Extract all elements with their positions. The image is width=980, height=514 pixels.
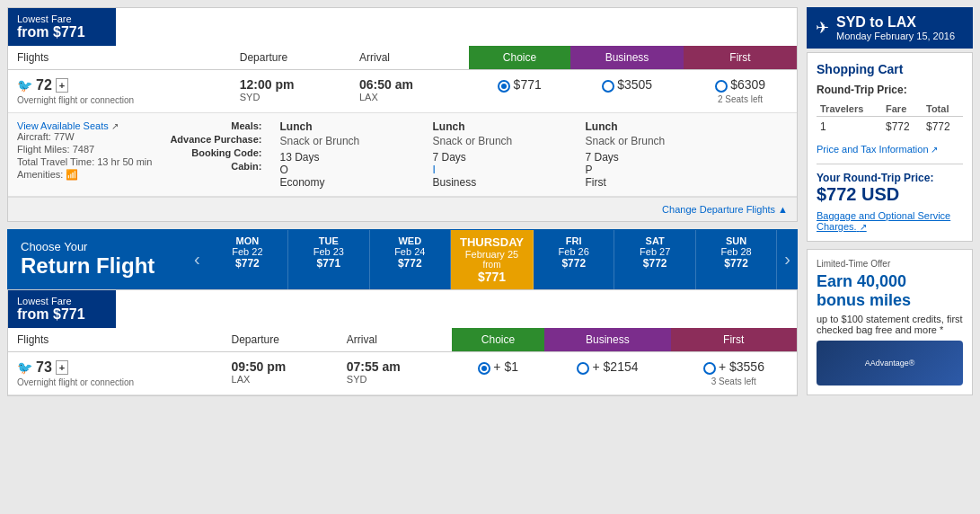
choice-booking: O [280,164,415,176]
nav-next-arrow[interactable]: › [777,249,798,270]
route-date: Monday February 15, 2016 [836,31,955,41]
date-tab-tue[interactable]: TUEFeb 23$771 [288,230,369,289]
baggage-link[interactable]: Baggage and Optional Service Charges. ↗ [817,210,963,232]
miles-line: Flight Miles: 7487 [17,144,152,155]
total-label: Your Round-Trip Price: [817,172,963,184]
business-meals: Lunch [433,120,568,133]
departure-lowest-fare-price: from $771 [17,24,107,40]
return-business-radio[interactable] [577,362,589,375]
date-tab-wed[interactable]: WEDFeb 24$772 [370,230,451,289]
business-meals-sub: Snack or Brunch [433,135,568,147]
return-flight-number: 🐦 73 + [17,359,214,376]
baggage-external-icon: ↗ [860,222,867,232]
first-radio[interactable] [715,80,728,93]
first-details: Lunch Snack or Brunch 7 Days P First [586,120,720,189]
return-first-price-cell: + $3556 3 Seats left [671,352,797,395]
flight-number-cell: 🐦 72 + Overnight flight or connection [8,70,231,113]
choice-meals-sub: Snack or Brunch [280,135,415,147]
business-price: $3505 [617,77,652,92]
arrival-time-cell: 06:50 am LAX [350,70,469,113]
return-choice-radio[interactable] [478,362,490,375]
details-grid: View Available Seats ↗ Aircraft: 77W Fli… [17,120,788,189]
col-departure: Departure [231,46,350,70]
departure-section: Lowest Fare from $771 Flights Departure … [7,7,798,222]
return-col-business[interactable]: Business [544,328,670,352]
return-airline-icon: 🐦 [17,360,32,375]
booking-label: Booking Code: [170,147,261,158]
return-col-arrival: Arrival [338,328,452,352]
plane-icon: ✈ [816,18,829,38]
departure-details-row: View Available Seats ↗ Aircraft: 77W Fli… [8,113,797,197]
return-lowest-fare-label: Lowest Fare [17,296,107,306]
total-price-section: Your Round-Trip Price: $772 USD [817,164,963,205]
business-radio[interactable] [602,80,614,93]
departure-flight-row: 🐦 72 + Overnight flight or connection 12… [8,70,797,113]
business-advance: 7 Days [433,151,568,164]
return-lowest-fare-banner: Lowest Fare from $771 [8,290,116,328]
route-text: SYD to LAX [836,14,955,31]
round-trip-label: Round-Trip Price: [817,84,963,96]
col-business[interactable]: Business [570,46,684,70]
choice-meals: Lunch [280,120,415,133]
choice-details: Lunch Snack or Brunch 13 Days O Economy [280,120,415,189]
expand-icon[interactable]: + [56,78,68,93]
return-arr-time-cell: 07:55 am SYD [338,352,452,395]
return-flight-row: 🐦 73 + Overnight flight or connection 09… [8,352,797,395]
details-cell: View Available Seats ↗ Aircraft: 77W Fli… [8,113,797,197]
dep-time: 12:00 pm [240,77,341,92]
cart-total: $772 [923,117,963,137]
choice-price-cell: $771 [469,70,570,113]
col-choice[interactable]: Choice [469,46,570,70]
meals-label: Meals: [170,120,261,131]
credit-card-image: AAdvantage® [817,341,963,386]
departure-lowest-fare-banner: Lowest Fare from $771 [8,8,116,46]
date-tab-sun[interactable]: SUNFeb 28$772 [696,230,777,289]
wifi-icon: 📶 [66,169,78,180]
right-panel: ✈ SYD to LAX Monday February 15, 2016 Sh… [807,7,973,396]
flight-info-block: View Available Seats ↗ Aircraft: 77W Fli… [17,120,152,189]
date-tabs: MONFeb 22$772TUEFeb 23$771WEDFeb 24$772T… [207,230,778,289]
col-flights: Flights [8,46,231,70]
business-booking: I [433,164,568,176]
return-business-price: + $2154 [593,359,639,374]
business-details: Lunch Snack or Brunch 7 Days I Business [433,120,568,189]
return-arr-airport: SYD [347,374,443,385]
choice-cabin: Economy [280,176,415,189]
date-tab-sat[interactable]: SATFeb 27$772 [614,230,695,289]
business-cabin: Business [433,176,568,189]
first-meals: Lunch [586,120,720,133]
external-link-icon: ↗ [931,145,938,155]
choice-radio[interactable] [498,80,510,93]
page-container: Lowest Fare from $771 Flights Departure … [0,0,980,403]
choice-price: $771 [514,77,542,92]
return-dep-time-cell: 09:50 pm LAX [223,352,338,395]
date-tab-mon[interactable]: MONFeb 22$772 [207,230,288,289]
return-section: Lowest Fare from $771 Flights Departure … [7,289,798,396]
date-tab-thursday[interactable]: THURSDAYFebruary 25from$771 [451,230,534,289]
return-header-inner: Choose Your Return Flight ‹ MONFeb 22$77… [7,229,798,289]
total-amount: $772 USD [817,184,963,205]
return-title-big: Return Flight [21,253,173,279]
col-first[interactable]: First [684,46,797,70]
return-col-first[interactable]: First [671,328,797,352]
left-panel: Lowest Fare from $771 Flights Departure … [7,7,798,396]
promo-miles: Earn 40,000 bonus miles [817,272,963,310]
return-expand-icon[interactable]: + [56,360,68,375]
change-departure-link[interactable]: Change Departure Flights ▲ [662,204,788,215]
date-tab-fri[interactable]: FRIFeb 26$772 [534,230,614,289]
cart-travelers: 1 [817,117,882,137]
price-tax-link[interactable]: Price and Tax Information ↗ [817,144,963,155]
route-header: ✈ SYD to LAX Monday February 15, 2016 [807,7,973,49]
return-first-radio[interactable] [703,362,716,375]
return-business-price-cell: + $2154 [544,352,670,395]
cart-header-row: Travelers Fare Total [817,102,963,117]
meal-labels-block: Meals: Advance Purchase: Booking Code: C… [170,120,261,189]
flight-number: 🐦 72 + [17,77,222,93]
nav-prev-arrow[interactable]: ‹ [187,249,207,270]
business-price-cell: $3505 [570,70,684,113]
return-col-departure: Departure [223,328,338,352]
view-seats-link[interactable]: View Available Seats [17,120,109,131]
flight-subtitle: Overnight flight or connection [17,95,222,105]
shopping-cart: Shopping Cart Round-Trip Price: Traveler… [807,52,973,242]
return-col-choice[interactable]: Choice [452,328,544,352]
